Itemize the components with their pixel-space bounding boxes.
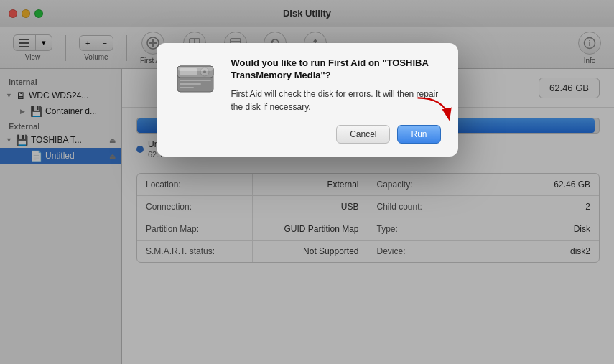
first-aid-modal: Would you like to run First Aid on "TOSH… (157, 43, 458, 157)
modal-body: Would you like to run First Aid on "TOSH… (231, 57, 441, 144)
run-button[interactable]: Run (397, 125, 440, 144)
svg-rect-23 (180, 87, 194, 88)
svg-rect-24 (178, 67, 213, 71)
svg-rect-22 (180, 83, 201, 85)
cancel-button[interactable]: Cancel (336, 125, 390, 144)
modal-buttons: Cancel Run (231, 125, 441, 144)
svg-rect-21 (180, 80, 211, 81)
modal-disk-icon (174, 57, 220, 103)
modal-title: Would you like to run First Aid on "TOSH… (231, 57, 441, 82)
modal-message: First Aid will check the disk for errors… (231, 88, 441, 113)
modal-overlay: Would you like to run First Aid on "TOSH… (0, 0, 614, 364)
